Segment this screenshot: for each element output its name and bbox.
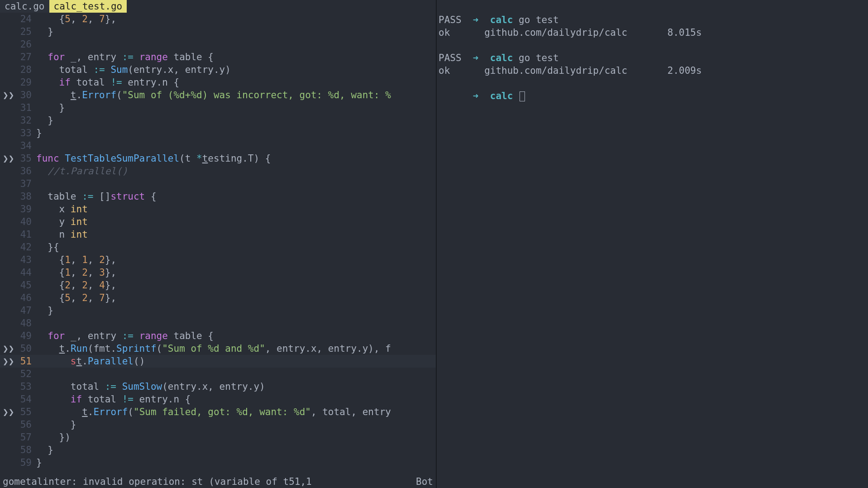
code-line[interactable]: 49 for _, entry := range table {	[0, 330, 436, 342]
tab-bar: calc.go calc_test.go	[0, 0, 436, 13]
code-text[interactable]: y int	[36, 215, 436, 228]
code-text[interactable]: t.Run(fmt.Sprintf("Sum of %d and %d", en…	[36, 342, 436, 355]
gutter-sign	[0, 190, 14, 203]
code-text[interactable]: x int	[36, 203, 436, 215]
line-number: 32	[14, 114, 36, 127]
line-number: 27	[14, 51, 36, 63]
code-text[interactable]: {5, 2, 7},	[36, 292, 436, 304]
code-text[interactable]: })	[36, 431, 436, 444]
code-text[interactable]	[36, 177, 436, 190]
code-line[interactable]: 43 {1, 1, 2},	[0, 254, 436, 266]
code-text[interactable]: for _, entry := range table {	[36, 330, 436, 342]
code-text[interactable]: {1, 1, 2},	[36, 254, 436, 266]
code-line[interactable]: 44 {1, 2, 3},	[0, 266, 436, 279]
code-line[interactable]: 36 //t.Parallel()	[0, 165, 436, 177]
code-line[interactable]: 57 })	[0, 431, 436, 444]
code-line[interactable]: 28 total := Sum(entry.x, entry.y)	[0, 63, 436, 76]
code-line[interactable]: 46 {5, 2, 7},	[0, 292, 436, 304]
code-text[interactable]: {5, 2, 7},	[36, 13, 436, 25]
code-line[interactable]: 54 if total != entry.n {	[0, 393, 436, 406]
gutter-sign	[0, 266, 14, 279]
code-line[interactable]: 42 }{	[0, 241, 436, 254]
code-text[interactable]: table := []struct {	[36, 190, 436, 203]
line-number: 29	[14, 76, 36, 89]
code-text[interactable]: }	[36, 418, 436, 431]
gutter-sign	[0, 25, 14, 38]
code-text[interactable]: if total != entry.n {	[36, 393, 436, 406]
tab-calc-go[interactable]: calc.go	[0, 0, 49, 13]
code-text[interactable]: }	[36, 444, 436, 456]
editor-body[interactable]: 24 {5, 2, 7},25 }2627 for _, entry := ra…	[0, 13, 436, 469]
code-text[interactable]: }	[36, 304, 436, 317]
line-number: 40	[14, 215, 36, 228]
term-command: go test	[519, 53, 559, 63]
code-line[interactable]: 47 }	[0, 304, 436, 317]
code-line[interactable]: ❯❯50 t.Run(fmt.Sprintf("Sum of %d and %d…	[0, 342, 436, 355]
tab-calc-test-go[interactable]: calc_test.go	[49, 0, 127, 13]
code-text[interactable]: func TestTableSumParallel(t *testing.T) …	[36, 152, 436, 165]
code-line[interactable]: 56 }	[0, 418, 436, 431]
code-text[interactable]: n int	[36, 228, 436, 241]
code-text[interactable]: total := Sum(entry.x, entry.y)	[36, 63, 436, 76]
code-line[interactable]: 39 x int	[0, 203, 436, 215]
line-number: 59	[14, 456, 36, 469]
gutter-sign	[0, 165, 14, 177]
code-line[interactable]: 34	[0, 139, 436, 152]
line-number: 25	[14, 25, 36, 38]
code-line[interactable]: 41 n int	[0, 228, 436, 241]
line-number: 56	[14, 418, 36, 431]
code-line[interactable]: 45 {2, 2, 4},	[0, 279, 436, 292]
code-text[interactable]: {2, 2, 4},	[36, 279, 436, 292]
code-text[interactable]: {1, 2, 3},	[36, 266, 436, 279]
code-line[interactable]: 52	[0, 368, 436, 380]
line-number: 58	[14, 444, 36, 456]
editor-pane[interactable]: calc.go calc_test.go 24 {5, 2, 7},25 }26…	[0, 0, 437, 488]
code-text[interactable]	[36, 139, 436, 152]
code-line[interactable]: 58 }	[0, 444, 436, 456]
code-text[interactable]: t.Errorf("Sum failed, got: %d, want: %d"…	[36, 406, 436, 418]
code-text[interactable]	[36, 38, 436, 51]
code-text[interactable]: if total != entry.n {	[36, 76, 436, 89]
code-text[interactable]: t.Errorf("Sum of (%d+%d) was incorrect, …	[36, 89, 436, 101]
code-text[interactable]: }	[36, 101, 436, 114]
code-line[interactable]: ❯❯51 st.Parallel()	[0, 355, 436, 368]
line-number: 31	[14, 101, 36, 114]
status-bar: gometalinter: invalid operation: st (var…	[0, 475, 436, 488]
code-text[interactable]: }	[36, 25, 436, 38]
status-message: gometalinter: invalid operation: st (var…	[3, 475, 416, 488]
code-line[interactable]: 40 y int	[0, 215, 436, 228]
code-line[interactable]: 27 for _, entry := range table {	[0, 51, 436, 63]
code-text[interactable]: for _, entry := range table {	[36, 51, 436, 63]
code-line[interactable]: ❯❯30 t.Errorf("Sum of (%d+%d) was incorr…	[0, 89, 436, 101]
code-text[interactable]	[36, 317, 436, 330]
terminal-pane[interactable]: ➜ calc go test PASS ok github.com/dailyd…	[437, 0, 868, 488]
code-line[interactable]: 38 table := []struct {	[0, 190, 436, 203]
code-line[interactable]: 31 }	[0, 101, 436, 114]
code-text[interactable]: st.Parallel()	[36, 355, 436, 368]
code-line[interactable]: 25 }	[0, 25, 436, 38]
code-text[interactable]: //t.Parallel()	[36, 165, 436, 177]
code-text[interactable]: }{	[36, 241, 436, 254]
term-line-prompt-3[interactable]: ➜ calc	[439, 77, 866, 90]
code-text[interactable]: }	[36, 114, 436, 127]
code-line[interactable]: 26	[0, 38, 436, 51]
code-line[interactable]: 32 }	[0, 114, 436, 127]
code-text[interactable]: total := SumSlow(entry.x, entry.y)	[36, 380, 436, 393]
code-line[interactable]: 24 {5, 2, 7},	[0, 13, 436, 25]
code-line[interactable]: 29 if total != entry.n {	[0, 76, 436, 89]
code-line[interactable]: 33}	[0, 127, 436, 139]
code-line[interactable]: 53 total := SumSlow(entry.x, entry.y)	[0, 380, 436, 393]
gutter-sign	[0, 279, 14, 292]
gutter-sign	[0, 38, 14, 51]
term-line-prompt-2: ➜ calc go test	[439, 39, 866, 52]
code-line[interactable]: ❯❯35func TestTableSumParallel(t *testing…	[0, 152, 436, 165]
code-line[interactable]: 59}	[0, 456, 436, 469]
code-line[interactable]: ❯❯55 t.Errorf("Sum failed, got: %d, want…	[0, 406, 436, 418]
code-line[interactable]: 37	[0, 177, 436, 190]
code-text[interactable]: }	[36, 456, 436, 469]
code-line[interactable]: 48	[0, 317, 436, 330]
code-text[interactable]: }	[36, 127, 436, 139]
gutter-sign	[0, 456, 14, 469]
code-text[interactable]	[36, 368, 436, 380]
gutter-sign	[0, 418, 14, 431]
